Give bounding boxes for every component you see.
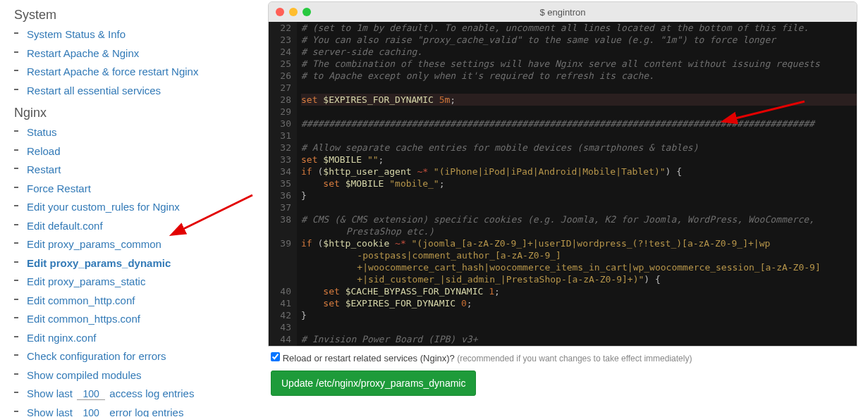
code-line: set $MOBILE ""; <box>301 154 857 166</box>
line-gutter: 2223242526272829303132333435363738394041… <box>269 22 297 346</box>
sidebar-item: Edit proxy_params_static <box>23 273 254 292</box>
sidebar-item: Show compiled modules <box>23 366 254 385</box>
sidebar-link[interactable]: Show last access log entries <box>27 387 194 399</box>
sidebar-link[interactable]: Status <box>27 126 57 138</box>
sidebar: SystemSystem Status & InfoRestart Apache… <box>0 0 268 417</box>
code-line: if ($http_cookie ~* "(joomla_[a-zA-Z0-9_… <box>301 237 857 249</box>
close-icon[interactable] <box>276 8 284 16</box>
code-line <box>301 106 857 118</box>
sidebar-item: System Status & Info <box>23 25 254 44</box>
maximize-icon[interactable] <box>302 8 311 16</box>
code-line: PrestaShop etc.) <box>301 225 857 237</box>
sidebar-link[interactable]: Reload <box>27 145 61 157</box>
code-line: set $EXPIRES_FOR_DYNAMIC 5m; <box>301 94 857 106</box>
sidebar-item: Edit common_http.conf <box>23 292 254 311</box>
sidebar-item: Status <box>23 123 254 142</box>
code-line: # CMS (& CMS extension) specific cookies… <box>301 213 857 225</box>
sidebar-link[interactable]: Show compiled modules <box>27 369 142 381</box>
code-line: set $MOBILE "mobile_"; <box>301 178 857 189</box>
code-line: } <box>301 309 857 321</box>
sidebar-link[interactable]: Force Restart <box>27 182 91 194</box>
sidebar-item: Show last access log entries <box>23 385 254 404</box>
code-line: # The combination of these settings will… <box>301 58 857 70</box>
sidebar-group-title: System <box>14 8 254 23</box>
sidebar-link[interactable]: Show last error log entries <box>27 406 183 418</box>
sidebar-item: Edit default.conf <box>23 217 254 236</box>
sidebar-group-title: Nginx <box>14 106 254 120</box>
code-line: # Allow separate cache entries for mobil… <box>301 142 857 154</box>
code-line <box>301 130 857 142</box>
checkbox-subtext: (recommended if you want changes to take… <box>455 354 692 363</box>
sidebar-link[interactable]: Edit your custom_rules for Nginx <box>27 201 180 213</box>
code-line: # (set to 1m by default). To enable, unc… <box>301 22 857 34</box>
sidebar-item: Show last error log entries <box>23 404 254 418</box>
sidebar-link[interactable]: Edit proxy_params_static <box>27 275 145 287</box>
code-line <box>301 321 857 333</box>
sidebar-link[interactable]: Restart all essential services <box>27 85 161 97</box>
sidebar-group-list: StatusReloadRestartForce RestartEdit you… <box>14 123 254 417</box>
code-line: # Invision Power Board (IPB) v3+ <box>301 333 857 345</box>
code-line: +|sid_customer_|sid_admin_|PrestaShop-[a… <box>301 273 857 285</box>
code-line: } <box>301 189 857 201</box>
code-line: # server-side caching. <box>301 46 857 58</box>
sidebar-link[interactable]: Restart Apache & force restart Nginx <box>27 66 198 77</box>
sidebar-item: Restart all essential services <box>23 82 254 101</box>
code-line <box>301 82 857 94</box>
code-line: # to Apache except only when it's requir… <box>301 70 857 82</box>
window-title: $ engintron <box>269 7 857 18</box>
sidebar-item: Edit proxy_params_dynamic <box>23 254 254 273</box>
update-button[interactable]: Update /etc/nginx/proxy_params_dynamic <box>271 371 476 396</box>
sidebar-link[interactable]: Edit default.conf <box>27 220 103 232</box>
sidebar-link[interactable]: Edit nginx.conf <box>27 332 96 344</box>
log-count-input[interactable] <box>77 388 105 400</box>
minimize-icon[interactable] <box>289 8 298 16</box>
main-panel: $ engintron 2223242526272829303132333435… <box>268 0 868 417</box>
code-line: +|woocommerce_cart_hash|woocommerce_item… <box>301 261 857 273</box>
sidebar-link[interactable]: System Status & Info <box>27 28 126 40</box>
sidebar-item: Edit proxy_params_common <box>23 235 254 254</box>
editor-footer: Reload or restart related services (Ngin… <box>268 347 857 402</box>
sidebar-item: Restart <box>23 161 254 180</box>
code-area[interactable]: # (set to 1m by default). To enable, unc… <box>297 22 857 346</box>
sidebar-link[interactable]: Edit common_http.conf <box>27 294 135 306</box>
code-line <box>301 201 857 213</box>
code-editor[interactable]: 2223242526272829303132333435363738394041… <box>269 22 857 346</box>
sidebar-link[interactable]: Edit proxy_params_common <box>27 238 161 250</box>
sidebar-link[interactable]: Edit common_https.conf <box>27 313 140 325</box>
log-count-input[interactable] <box>77 407 105 418</box>
code-line: # You can also raise "proxy_cache_valid"… <box>301 34 857 46</box>
sidebar-item: Reload <box>23 142 254 161</box>
restart-services-checkbox-label[interactable]: Reload or restart related services (Ngin… <box>271 353 692 363</box>
sidebar-item: Check configuration for errors <box>23 347 254 366</box>
checkbox-text: Reload or restart related services (Ngin… <box>283 353 455 363</box>
code-line: set $CACHE_BYPASS_FOR_DYNAMIC 1; <box>301 285 857 297</box>
code-line: set $EXPIRES_FOR_DYNAMIC 0; <box>301 297 857 309</box>
sidebar-item: Force Restart <box>23 180 254 199</box>
window-buttons <box>276 8 311 16</box>
window-titlebar: $ engintron <box>269 2 857 22</box>
sidebar-link[interactable]: Check configuration for errors <box>27 350 166 362</box>
code-line: -postpass|comment_author_[a-zA-Z0-9_] <box>301 249 857 261</box>
sidebar-link[interactable]: Restart <box>27 163 61 175</box>
sidebar-link[interactable]: Edit proxy_params_dynamic <box>27 257 171 269</box>
code-line: ########################################… <box>301 118 857 130</box>
sidebar-item: Restart Apache & force restart Nginx <box>23 63 254 82</box>
restart-services-checkbox[interactable] <box>271 352 280 361</box>
sidebar-item: Edit common_https.conf <box>23 310 254 329</box>
sidebar-item: Edit your custom_rules for Nginx <box>23 198 254 217</box>
editor-window: $ engintron 2223242526272829303132333435… <box>268 1 857 347</box>
sidebar-link[interactable]: Restart Apache & Nginx <box>27 47 139 59</box>
code-line: if ($http_user_agent ~* "(iPhone|iPod|iP… <box>301 166 857 178</box>
sidebar-group-list: System Status & InfoRestart Apache & Ngi… <box>14 25 254 100</box>
sidebar-item: Restart Apache & Nginx <box>23 44 254 63</box>
sidebar-item: Edit nginx.conf <box>23 329 254 348</box>
